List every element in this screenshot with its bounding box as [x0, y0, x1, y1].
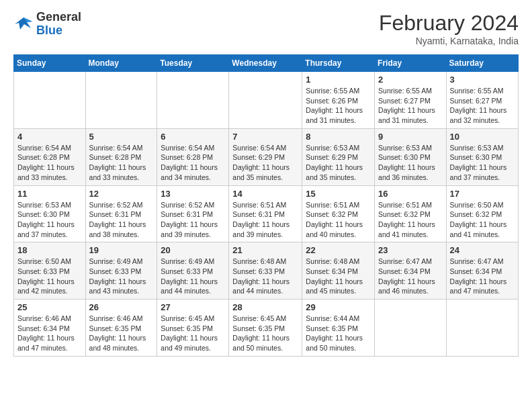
day-info: Sunrise: 6:45 AM Sunset: 6:35 PM Dayligh… [161, 314, 225, 353]
day-number: 23 [378, 245, 443, 255]
day-number: 8 [306, 132, 371, 142]
calendar-cell: 1Sunrise: 6:55 AM Sunset: 6:26 PM Daylig… [302, 72, 375, 129]
day-number: 15 [306, 189, 371, 199]
day-info: Sunrise: 6:44 AM Sunset: 6:35 PM Dayligh… [306, 314, 371, 353]
calendar-cell: 24Sunrise: 6:47 AM Sunset: 6:34 PM Dayli… [446, 242, 518, 300]
calendar-cell [229, 72, 302, 129]
day-info: Sunrise: 6:54 AM Sunset: 6:28 PM Dayligh… [17, 143, 82, 183]
calendar-header-row: SundayMondayTuesdayWednesdayThursdayFrid… [14, 55, 519, 72]
calendar-cell: 29Sunrise: 6:44 AM Sunset: 6:35 PM Dayli… [302, 300, 375, 357]
page: General Blue February 2024 Nyamti, Karna… [0, 0, 532, 363]
day-info: Sunrise: 6:53 AM Sunset: 6:29 PM Dayligh… [306, 143, 371, 183]
calendar-cell: 10Sunrise: 6:53 AM Sunset: 6:30 PM Dayli… [446, 128, 518, 185]
day-header-tuesday: Tuesday [157, 55, 229, 72]
day-info: Sunrise: 6:53 AM Sunset: 6:30 PM Dayligh… [17, 200, 82, 240]
day-number: 10 [450, 132, 515, 142]
calendar-cell: 11Sunrise: 6:53 AM Sunset: 6:30 PM Dayli… [14, 185, 86, 242]
calendar-cell: 7Sunrise: 6:54 AM Sunset: 6:29 PM Daylig… [229, 128, 302, 185]
title-block: February 2024 Nyamti, Karnataka, India [379, 11, 519, 46]
day-number: 22 [306, 245, 371, 255]
calendar-cell [446, 300, 518, 357]
calendar-table: SundayMondayTuesdayWednesdayThursdayFrid… [13, 54, 519, 357]
day-number: 9 [378, 132, 443, 142]
day-number: 5 [89, 132, 154, 142]
day-header-monday: Monday [85, 55, 157, 72]
day-info: Sunrise: 6:51 AM Sunset: 6:32 PM Dayligh… [378, 200, 443, 240]
calendar-cell [157, 72, 229, 129]
day-info: Sunrise: 6:47 AM Sunset: 6:34 PM Dayligh… [450, 257, 515, 296]
day-info: Sunrise: 6:53 AM Sunset: 6:30 PM Dayligh… [450, 143, 515, 183]
day-number: 2 [378, 75, 443, 85]
day-number: 24 [450, 245, 515, 255]
calendar-cell: 6Sunrise: 6:54 AM Sunset: 6:28 PM Daylig… [157, 128, 229, 185]
calendar-cell: 28Sunrise: 6:45 AM Sunset: 6:35 PM Dayli… [229, 300, 302, 357]
calendar-cell: 23Sunrise: 6:47 AM Sunset: 6:34 PM Dayli… [375, 242, 447, 300]
calendar-week-row: 18Sunrise: 6:50 AM Sunset: 6:33 PM Dayli… [14, 242, 519, 300]
day-info: Sunrise: 6:54 AM Sunset: 6:28 PM Dayligh… [161, 143, 225, 183]
day-number: 20 [161, 245, 225, 255]
day-info: Sunrise: 6:46 AM Sunset: 6:34 PM Dayligh… [17, 314, 82, 353]
day-info: Sunrise: 6:49 AM Sunset: 6:33 PM Dayligh… [161, 257, 225, 296]
calendar-cell: 27Sunrise: 6:45 AM Sunset: 6:35 PM Dayli… [157, 300, 229, 357]
calendar-cell [375, 300, 447, 357]
calendar-cell: 13Sunrise: 6:52 AM Sunset: 6:31 PM Dayli… [157, 185, 229, 242]
calendar-cell: 18Sunrise: 6:50 AM Sunset: 6:33 PM Dayli… [14, 242, 86, 300]
day-info: Sunrise: 6:50 AM Sunset: 6:33 PM Dayligh… [17, 257, 82, 296]
day-number: 7 [232, 132, 298, 142]
day-info: Sunrise: 6:46 AM Sunset: 6:35 PM Dayligh… [89, 314, 154, 353]
calendar-cell: 22Sunrise: 6:48 AM Sunset: 6:34 PM Dayli… [302, 242, 375, 300]
svg-marker-0 [15, 17, 32, 30]
day-info: Sunrise: 6:51 AM Sunset: 6:31 PM Dayligh… [232, 200, 298, 240]
calendar-cell: 12Sunrise: 6:52 AM Sunset: 6:31 PM Dayli… [85, 185, 157, 242]
day-info: Sunrise: 6:45 AM Sunset: 6:35 PM Dayligh… [232, 314, 298, 353]
day-number: 26 [89, 302, 154, 312]
day-info: Sunrise: 6:55 AM Sunset: 6:27 PM Dayligh… [378, 86, 443, 126]
day-info: Sunrise: 6:52 AM Sunset: 6:31 PM Dayligh… [161, 200, 225, 240]
logo-line1: General [36, 10, 81, 24]
calendar-week-row: 11Sunrise: 6:53 AM Sunset: 6:30 PM Dayli… [14, 185, 519, 242]
day-number: 12 [89, 189, 154, 199]
day-number: 3 [450, 75, 515, 85]
day-number: 21 [232, 245, 298, 255]
location: Nyamti, Karnataka, India [379, 36, 519, 46]
logo-text: General Blue [36, 11, 81, 38]
calendar-cell: 4Sunrise: 6:54 AM Sunset: 6:28 PM Daylig… [14, 128, 86, 185]
day-number: 16 [378, 189, 443, 199]
day-info: Sunrise: 6:55 AM Sunset: 6:26 PM Dayligh… [306, 86, 371, 126]
day-number: 27 [161, 302, 225, 312]
day-info: Sunrise: 6:54 AM Sunset: 6:28 PM Dayligh… [89, 143, 154, 183]
day-number: 28 [232, 302, 298, 312]
calendar-cell: 9Sunrise: 6:53 AM Sunset: 6:30 PM Daylig… [375, 128, 447, 185]
calendar-cell: 5Sunrise: 6:54 AM Sunset: 6:28 PM Daylig… [85, 128, 157, 185]
day-info: Sunrise: 6:48 AM Sunset: 6:34 PM Dayligh… [306, 257, 371, 296]
day-number: 19 [89, 245, 154, 255]
logo-line2: Blue [36, 24, 81, 38]
day-number: 13 [161, 189, 225, 199]
day-info: Sunrise: 6:51 AM Sunset: 6:32 PM Dayligh… [306, 200, 371, 240]
day-header-thursday: Thursday [302, 55, 375, 72]
calendar-cell: 26Sunrise: 6:46 AM Sunset: 6:35 PM Dayli… [85, 300, 157, 357]
calendar-week-row: 1Sunrise: 6:55 AM Sunset: 6:26 PM Daylig… [14, 72, 519, 129]
calendar-week-row: 4Sunrise: 6:54 AM Sunset: 6:28 PM Daylig… [14, 128, 519, 185]
day-number: 25 [17, 302, 82, 312]
day-number: 11 [17, 189, 82, 199]
calendar-cell: 17Sunrise: 6:50 AM Sunset: 6:32 PM Dayli… [446, 185, 518, 242]
calendar-cell: 2Sunrise: 6:55 AM Sunset: 6:27 PM Daylig… [375, 72, 447, 129]
day-header-saturday: Saturday [446, 55, 518, 72]
day-info: Sunrise: 6:49 AM Sunset: 6:33 PM Dayligh… [89, 257, 154, 296]
calendar-cell: 16Sunrise: 6:51 AM Sunset: 6:32 PM Dayli… [375, 185, 447, 242]
calendar-cell: 3Sunrise: 6:55 AM Sunset: 6:27 PM Daylig… [446, 72, 518, 129]
day-info: Sunrise: 6:54 AM Sunset: 6:29 PM Dayligh… [232, 143, 298, 183]
day-info: Sunrise: 6:55 AM Sunset: 6:27 PM Dayligh… [450, 86, 515, 126]
day-number: 14 [232, 189, 298, 199]
day-header-wednesday: Wednesday [229, 55, 302, 72]
day-number: 4 [17, 132, 82, 142]
day-number: 18 [17, 245, 82, 255]
day-number: 29 [306, 302, 371, 312]
day-info: Sunrise: 6:53 AM Sunset: 6:30 PM Dayligh… [378, 143, 443, 183]
day-info: Sunrise: 6:47 AM Sunset: 6:34 PM Dayligh… [378, 257, 443, 296]
calendar-cell: 8Sunrise: 6:53 AM Sunset: 6:29 PM Daylig… [302, 128, 375, 185]
day-header-sunday: Sunday [14, 55, 86, 72]
day-number: 17 [450, 189, 515, 199]
calendar-cell: 14Sunrise: 6:51 AM Sunset: 6:31 PM Dayli… [229, 185, 302, 242]
